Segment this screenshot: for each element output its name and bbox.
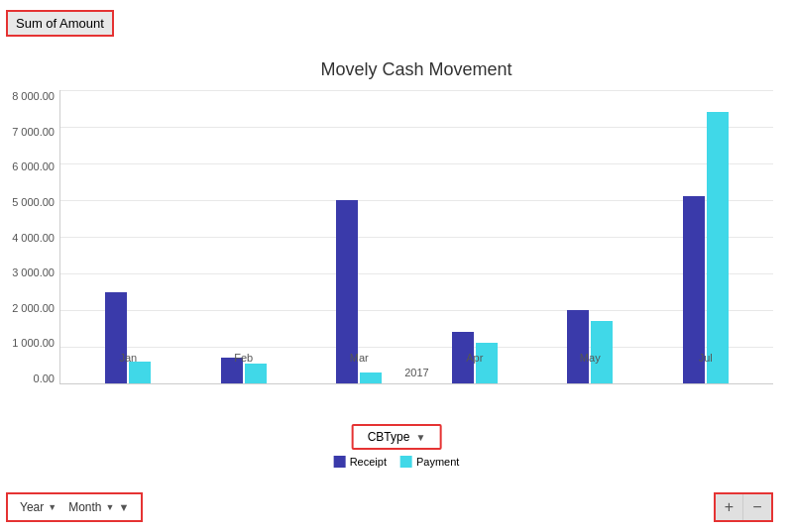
chart-area: 8 000.007 000.006 000.005 000.004 000.00… (59, 90, 773, 424)
month-filter-label: Month (68, 500, 101, 514)
chart-container: Movely Cash Movement 8 000.007 000.006 0… (59, 59, 773, 423)
month-filter-button[interactable]: Month ▼ ▼ (64, 498, 133, 516)
bar-group (417, 90, 533, 383)
year-arrow: ▼ (48, 502, 57, 512)
cbtype-container: CBType ▼ Receipt Payment (334, 424, 460, 468)
bar-group (648, 90, 764, 383)
bar-group (186, 90, 302, 383)
zoom-controls: + − (714, 492, 773, 522)
payment-color-swatch (400, 456, 412, 468)
chart-title: Movely Cash Movement (59, 59, 773, 80)
bar-group (70, 90, 186, 383)
y-axis-label: 1 000.00 (12, 337, 55, 349)
cbtype-arrow: ▼ (415, 432, 425, 443)
funnel-icon: ▼ (118, 501, 129, 513)
y-axis-label: 7 000.00 (12, 126, 55, 138)
x-axis-label: Mar (301, 352, 417, 364)
bars-container (60, 90, 773, 383)
y-axis-label: 6 000.00 (12, 160, 55, 172)
x-axis-label: Apr (417, 352, 533, 364)
cbtype-label: CBType (368, 430, 410, 444)
year-filter-label: Year (20, 500, 44, 514)
bar-group (301, 90, 417, 383)
sum-of-amount-button[interactable]: Sum of Amount (6, 10, 114, 37)
year-label: 2017 (60, 367, 773, 378)
x-axis: JanFebMarAprMayJul (60, 352, 773, 364)
legend-payment: Payment (400, 456, 459, 468)
y-axis-label: 0.00 (34, 372, 55, 384)
payment-label: Payment (416, 456, 459, 468)
y-axis-label: 8 000.00 (12, 90, 55, 102)
x-axis-label: Feb (186, 352, 302, 364)
month-arrow: ▼ (106, 502, 115, 512)
x-axis-label: Jul (648, 352, 764, 364)
plot-area: JanFebMarAprMayJul 2017 (59, 90, 773, 384)
year-filter-button[interactable]: Year ▼ (16, 498, 60, 516)
bottom-bar: Year ▼ Month ▼ ▼ + − (6, 492, 773, 522)
y-axis: 8 000.007 000.006 000.005 000.004 000.00… (5, 90, 59, 384)
cbtype-button[interactable]: CBType ▼ (352, 424, 442, 450)
y-axis-label: 2 000.00 (12, 302, 55, 314)
zoom-in-button[interactable]: + (716, 494, 743, 520)
receipt-label: Receipt (350, 456, 387, 468)
y-axis-label: 3 000.00 (12, 266, 55, 278)
zoom-out-button[interactable]: − (743, 494, 771, 520)
legend-receipt: Receipt (334, 456, 387, 468)
bar-group (532, 90, 648, 383)
x-axis-label: May (532, 352, 648, 364)
receipt-color-swatch (334, 456, 346, 468)
y-axis-label: 4 000.00 (12, 232, 55, 244)
x-axis-label: Jan (70, 352, 186, 364)
legend: Receipt Payment (334, 456, 460, 468)
payment-bar[interactable] (707, 112, 729, 383)
time-filters: Year ▼ Month ▼ ▼ (6, 492, 143, 522)
y-axis-label: 5 000.00 (12, 196, 55, 208)
